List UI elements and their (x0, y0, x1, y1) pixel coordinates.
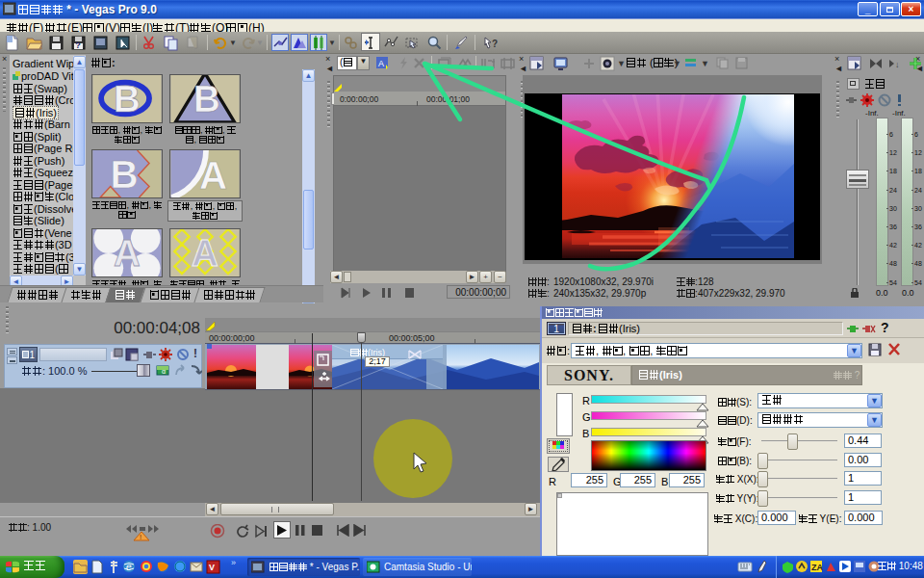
svg-text:A: A (192, 232, 218, 274)
svg-text:α: α (162, 368, 166, 375)
svg-text:↓: ↓ (895, 60, 900, 69)
svg-text:B: B (111, 152, 139, 197)
svg-text:?: ? (75, 40, 81, 50)
svg-text:A: A (199, 153, 227, 197)
svg-text:e: e (126, 562, 132, 572)
svg-text:B: B (193, 78, 220, 119)
svg-text:B: B (114, 78, 141, 119)
svg-text:A: A (114, 232, 141, 274)
svg-text:?: ? (492, 39, 498, 49)
svg-text:A: A (378, 59, 384, 68)
svg-text:!: ! (140, 533, 141, 541)
svg-text:V: V (209, 563, 215, 572)
svg-text:ZA: ZA (811, 563, 823, 572)
